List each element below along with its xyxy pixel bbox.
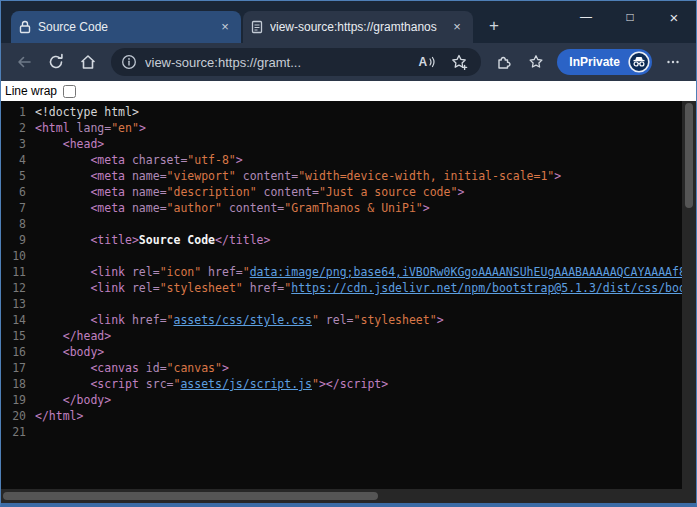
minimize-button[interactable]: —: [564, 1, 608, 33]
code-segment-attr: href=: [243, 281, 285, 295]
code-segment-tag: </head>: [63, 329, 111, 343]
code-segment-attr: id=: [139, 361, 167, 375]
code-segment-val: ": [243, 265, 250, 279]
read-aloud-button[interactable]: A: [415, 50, 439, 74]
tab-view-source[interactable]: view-source:https://gramthanos ×: [243, 11, 473, 43]
line-content: <head>: [35, 136, 682, 152]
code-line: 13: [1, 296, 682, 312]
code-area: 1<!doctype html>2<html lang="en">3 <head…: [1, 101, 696, 503]
code-line: 4 <meta charset="utf-8">: [1, 152, 682, 168]
code-segment-val: "utf-8": [187, 153, 235, 167]
code-segment-attr: rel=: [125, 281, 160, 295]
address-text: view-source:https://gramt...: [145, 55, 407, 70]
code-segment-val: "stylesheet": [160, 281, 243, 295]
horizontal-scrollbar-thumb[interactable]: [3, 492, 378, 500]
line-number: 8: [1, 216, 35, 232]
source-link[interactable]: assets/css/style.css: [174, 313, 312, 327]
code-segment-plain: [35, 313, 90, 327]
code-segment-tag: ></script>: [319, 377, 388, 391]
address-bar[interactable]: view-source:https://gramt... A: [111, 48, 481, 76]
vertical-scrollbar-thumb[interactable]: [685, 103, 693, 208]
code-segment-tag: </body>: [63, 393, 111, 407]
code-line: 6 <meta name="description" content="Just…: [1, 184, 682, 200]
maximize-button[interactable]: □: [608, 1, 652, 33]
code-segment-val: "canvas": [167, 361, 222, 375]
toolbar: view-source:https://gramt... A InPrivate: [1, 43, 696, 81]
line-number: 10: [1, 248, 35, 264]
line-content: <meta name="author" content="GramThanos …: [35, 200, 682, 216]
extensions-button[interactable]: [489, 47, 519, 77]
code-segment-val: ": [167, 313, 174, 327]
code-line: 10: [1, 248, 682, 264]
settings-menu-button[interactable]: [658, 47, 688, 77]
profile-avatar[interactable]: [628, 51, 650, 73]
tab-close-button[interactable]: ×: [217, 19, 233, 35]
code-segment-attr: content=: [257, 185, 319, 199]
tab-source-code[interactable]: Source Code ×: [11, 11, 241, 43]
line-wrap-checkbox[interactable]: [63, 85, 76, 98]
add-favorite-button[interactable]: [447, 50, 471, 74]
tab-title: view-source:https://gramthanos: [270, 20, 442, 34]
source-link[interactable]: assets/js/script.js: [180, 377, 312, 391]
code-segment-val: "en": [111, 121, 139, 135]
code-line: 17 <canvas id="canvas">: [1, 360, 682, 376]
code-segment-plain: [35, 329, 63, 343]
back-button[interactable]: [9, 47, 39, 77]
home-button[interactable]: [73, 47, 103, 77]
line-number: 4: [1, 152, 35, 168]
inprivate-badge[interactable]: InPrivate: [557, 49, 652, 75]
code-segment-val: ": [312, 377, 319, 391]
line-content: </head>: [35, 328, 682, 344]
refresh-icon: [47, 53, 65, 71]
code-segment-plain: [35, 185, 90, 199]
code-line: 1<!doctype html>: [1, 104, 682, 120]
new-tab-button[interactable]: +: [481, 13, 507, 39]
code-segment-tag: >: [423, 201, 430, 215]
code-segment-val: "author": [167, 201, 222, 215]
code-segment-tag: >: [139, 121, 146, 135]
tab-title: Source Code: [38, 20, 210, 34]
code-segment-tag: <link: [90, 265, 125, 279]
code-segment-attr: charset=: [125, 153, 187, 167]
code-segment-attr: rel=: [319, 313, 354, 327]
line-number: 16: [1, 344, 35, 360]
code-segment-attr: content=: [236, 169, 298, 183]
line-content: <script src="assets/js/script.js"></scri…: [35, 376, 682, 392]
code-segment-attr: lang=: [70, 121, 112, 135]
code-segment-plain: [35, 393, 63, 407]
code-segment-tag: <meta: [90, 153, 125, 167]
source-link[interactable]: https://cdn.jsdelivr.net/npm/bootstrap@5…: [291, 281, 682, 295]
vertical-scrollbar[interactable]: [682, 101, 696, 489]
browser-window: Source Code × view-source:https://gramth…: [0, 0, 697, 507]
line-content: [35, 248, 682, 264]
source-link[interactable]: data:image/png;base64,iVBORw0KGgoAAAANSU…: [250, 265, 682, 279]
code-segment-val: "GramThanos & UniPi": [284, 201, 422, 215]
code-segment-val: "width=device-width, initial-scale=1": [298, 169, 554, 183]
back-arrow-icon: [15, 53, 33, 71]
tab-close-button[interactable]: ×: [449, 19, 465, 35]
code-line: 9 <title>Source Code</title>: [1, 232, 682, 248]
code-segment-tag: <meta: [90, 201, 125, 215]
extensions-puzzle-icon: [495, 53, 513, 71]
code-segment-tag: <meta: [90, 169, 125, 183]
code-line: 15 </head>: [1, 328, 682, 344]
line-content: <link href="assets/css/style.css" rel="s…: [35, 312, 682, 328]
line-number: 15: [1, 328, 35, 344]
code-segment-tag: >: [236, 153, 243, 167]
line-content: <canvas id="canvas">: [35, 360, 682, 376]
code-segment-plain: [35, 377, 90, 391]
code-segment-tag: <link: [90, 281, 125, 295]
favorites-button[interactable]: [521, 47, 551, 77]
code-segment-val: "Just a source code": [319, 185, 457, 199]
line-number: 19: [1, 392, 35, 408]
line-content: <link rel="icon" href="data:image/png;ba…: [35, 264, 682, 280]
close-button[interactable]: ×: [652, 1, 696, 33]
line-number: 3: [1, 136, 35, 152]
refresh-button[interactable]: [41, 47, 71, 77]
line-number: 6: [1, 184, 35, 200]
site-info-icon[interactable]: [121, 54, 137, 70]
line-number: 17: [1, 360, 35, 376]
horizontal-scrollbar[interactable]: [1, 489, 682, 503]
lock-icon: [19, 20, 31, 34]
code-segment-tag: >: [222, 361, 229, 375]
